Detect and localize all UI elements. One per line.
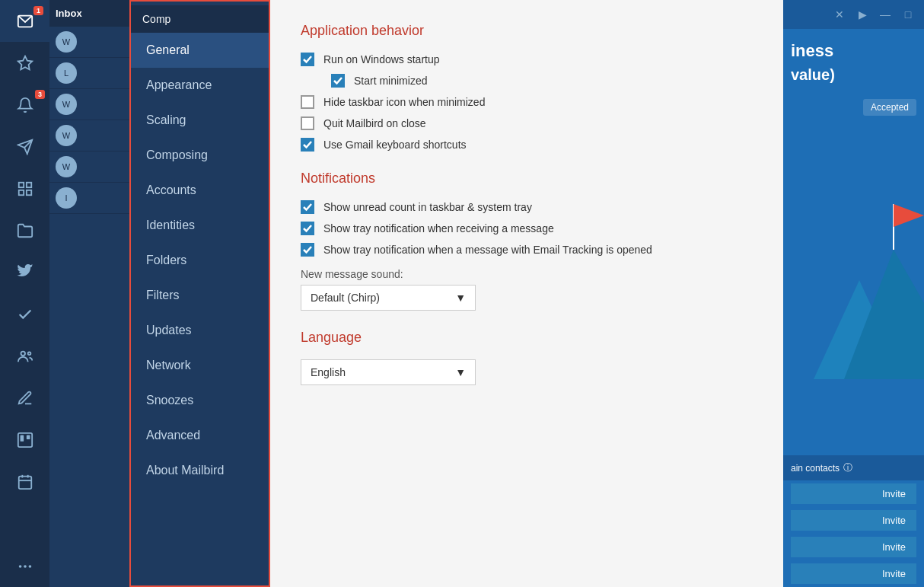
avatar: W	[56, 31, 77, 53]
list-item[interactable]: W	[49, 89, 129, 120]
right-panel-title: iness	[783, 29, 924, 66]
avatar: L	[56, 62, 77, 84]
sidebar-item-notifications[interactable]: 3	[0, 84, 49, 126]
label-gmail-shortcuts: Use Gmail keyboard shortcuts	[323, 139, 467, 151]
label-run-startup: Run on Windows startup	[323, 53, 440, 65]
sidebar-item-send[interactable]	[0, 126, 49, 167]
sidebar-item-twitter[interactable]	[0, 251, 49, 293]
sidebar-item-mail[interactable]: 1	[0, 0, 49, 42]
list-item[interactable]: W	[49, 120, 129, 152]
invite-button-2[interactable]: Invite	[791, 510, 916, 531]
notifications-title: Notifications	[301, 171, 753, 187]
language-dropdown[interactable]: English ▼	[301, 359, 476, 385]
sidebar-item-team[interactable]	[0, 335, 49, 377]
svg-rect-7	[26, 190, 30, 194]
svg-rect-11	[20, 435, 24, 441]
checkbox-start-minimized[interactable]	[331, 74, 345, 88]
settings-nav-item-about[interactable]: About Mailbird	[131, 453, 269, 488]
app-behavior-title: Application behavior	[301, 23, 753, 39]
sidebar-item-trello[interactable]	[0, 419, 49, 461]
settings-nav-item-filters[interactable]: Filters	[131, 278, 269, 313]
setting-row-run-startup[interactable]: Run on Windows startup	[301, 53, 753, 66]
list-item[interactable]: W	[49, 152, 129, 183]
settings-nav: Comp General Appearance Scaling Composin…	[129, 0, 270, 587]
window-controls: ✕ ▶ — □	[831, 6, 916, 23]
sound-dropdown[interactable]: Default (Chirp) ▼	[301, 285, 476, 311]
sidebar: 1 3	[0, 0, 49, 587]
sound-dropdown-value: Default (Chirp)	[311, 292, 380, 304]
svg-rect-6	[18, 190, 23, 194]
checkbox-unread-count[interactable]	[301, 200, 314, 214]
svg-marker-1	[18, 56, 31, 69]
label-hide-taskbar: Hide taskbar icon when minimized	[323, 96, 485, 108]
right-panel-header: ✕ ▶ — □	[783, 0, 924, 29]
label-unread-count: Show unread count in taskbar & system tr…	[323, 201, 532, 213]
list-item[interactable]: L	[49, 58, 129, 89]
setting-row-tray-tracking[interactable]: Show tray notification when a message wi…	[301, 243, 753, 257]
avatar: W	[56, 156, 77, 177]
inbox-header: Inbox	[49, 0, 129, 27]
avatar: I	[56, 187, 77, 209]
sidebar-item-compose[interactable]	[0, 377, 49, 419]
sidebar-item-folders[interactable]	[0, 209, 49, 251]
sidebar-item-todo[interactable]	[0, 293, 49, 335]
checkbox-tray-receiving[interactable]	[301, 222, 314, 235]
settings-nav-item-accounts[interactable]: Accounts	[131, 173, 269, 208]
avatar: W	[56, 94, 77, 115]
setting-row-quit-mailbird[interactable]: Quit Mailbird on close	[301, 116, 753, 130]
settings-nav-header: Comp	[131, 5, 269, 33]
chevron-down-icon: ▼	[455, 366, 466, 378]
settings-nav-item-advanced[interactable]: Advanced	[131, 418, 269, 453]
language-dropdown-value: English	[311, 366, 346, 378]
sidebar-item-apps[interactable]	[0, 167, 49, 209]
list-item[interactable]: W	[49, 27, 129, 58]
checkbox-hide-taskbar[interactable]	[301, 95, 314, 109]
checkbox-quit-mailbird[interactable]	[301, 116, 314, 130]
right-panel: ✕ ▶ — □ iness value) Accepted ain contac…	[783, 0, 924, 587]
setting-row-start-minimized[interactable]: Start minimized	[301, 74, 753, 88]
settings-nav-item-composing[interactable]: Composing	[131, 138, 269, 173]
settings-nav-item-appearance[interactable]: Appearance	[131, 68, 269, 103]
invite-button-4[interactable]: Invite	[791, 563, 916, 584]
close-button[interactable]: ✕	[831, 6, 848, 23]
svg-rect-13	[18, 476, 31, 489]
maximize-button[interactable]: □	[900, 6, 916, 23]
invite-button-1[interactable]: Invite	[791, 483, 916, 504]
settings-nav-item-general[interactable]: General	[131, 33, 269, 68]
settings-nav-item-snoozes[interactable]: Snoozes	[131, 383, 269, 418]
svg-point-19	[28, 565, 31, 568]
setting-row-hide-taskbar[interactable]: Hide taskbar icon when minimized	[301, 95, 753, 109]
label-tray-tracking: Show tray notification when a message wi…	[323, 244, 652, 256]
sidebar-item-calendar[interactable]	[0, 461, 49, 502]
setting-row-tray-receiving[interactable]: Show tray notification when receiving a …	[301, 222, 753, 235]
checkbox-run-startup[interactable]	[301, 53, 314, 66]
invite-button-3[interactable]: Invite	[791, 537, 916, 557]
right-panel-subtitle: value)	[783, 66, 924, 91]
svg-rect-4	[18, 182, 23, 187]
language-dropdown-row: English ▼	[301, 359, 753, 385]
setting-row-unread-count[interactable]: Show unread count in taskbar & system tr…	[301, 200, 753, 214]
settings-nav-item-scaling[interactable]: Scaling	[131, 103, 269, 138]
sidebar-toggle-button[interactable]: ▶	[854, 6, 871, 23]
sidebar-item-more[interactable]	[0, 545, 49, 587]
contacts-label: ain contacts	[791, 463, 840, 474]
settings-nav-item-network[interactable]: Network	[131, 348, 269, 383]
accepted-badge: Accepted	[863, 99, 916, 116]
chevron-down-icon: ▼	[455, 292, 466, 304]
setting-row-gmail-shortcuts[interactable]: Use Gmail keyboard shortcuts	[301, 138, 753, 152]
info-icon[interactable]: ⓘ	[843, 461, 852, 474]
mail-badge: 1	[33, 6, 43, 15]
list-item[interactable]: I	[49, 183, 129, 214]
settings-nav-item-folders[interactable]: Folders	[131, 243, 269, 278]
sidebar-item-starred[interactable]	[0, 42, 49, 84]
sound-label: New message sound:	[301, 268, 753, 280]
contacts-bar: ain contacts ⓘ	[783, 455, 924, 480]
svg-point-18	[24, 565, 27, 568]
checkbox-gmail-shortcuts[interactable]	[301, 138, 314, 152]
settings-nav-item-identities[interactable]: Identities	[131, 208, 269, 243]
checkbox-tray-tracking[interactable]	[301, 243, 314, 257]
settings-nav-item-updates[interactable]: Updates	[131, 313, 269, 348]
minimize-button[interactable]: —	[877, 6, 894, 23]
label-start-minimized: Start minimized	[354, 75, 427, 87]
svg-point-9	[27, 352, 30, 355]
